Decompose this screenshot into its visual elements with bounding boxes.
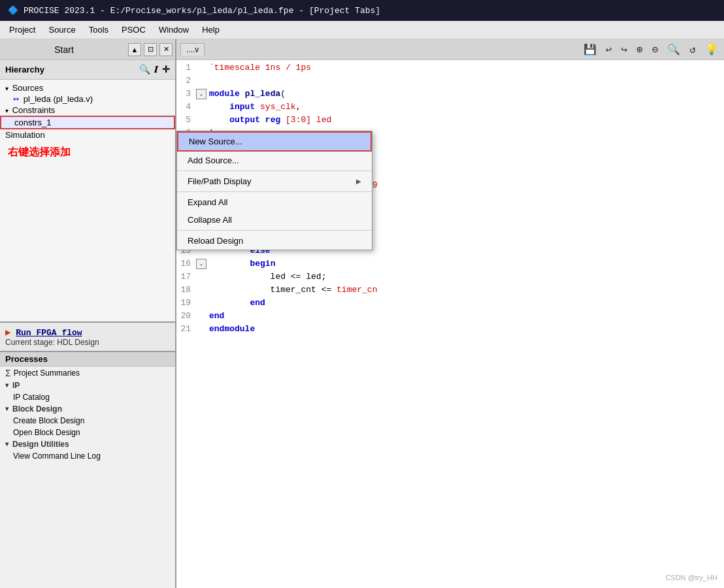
process-create-block-design[interactable]: Create Block Design: [0, 415, 175, 427]
main-area: Start ▲ ⊡ ✕ Hierarchy 🔍 𝑰 ✛ ▾ Sources ▪▪…: [0, 39, 724, 588]
ctx-collapse-all[interactable]: Collapse All: [177, 211, 372, 229]
code-line-2: 2: [176, 76, 724, 89]
menu-psoc[interactable]: PSOC: [115, 24, 152, 36]
code-line-21: 21 endmodule: [176, 324, 724, 337]
ctx-separator-2: [177, 191, 372, 192]
tree-constrs1[interactable]: constrs_1: [0, 116, 175, 129]
tree-pl-leda[interactable]: ▪▪ pl_leda (pl_leda.v): [0, 93, 175, 105]
process-block-design-category[interactable]: ▾ Block Design: [0, 403, 175, 415]
code-line-17: 17 led <= led;: [176, 272, 724, 285]
menu-bar: Project Source Tools PSOC Window Help: [0, 21, 724, 39]
hierarchy-tree: ▾ Sources ▪▪ pl_leda (pl_leda.v) ▾ Const…: [0, 80, 175, 321]
redo-tool-btn[interactable]: ↪: [619, 43, 629, 56]
left-toolbar: Start ▲ ⊡ ✕: [0, 39, 175, 60]
ctx-reload-design[interactable]: Reload Design: [177, 232, 372, 250]
zoom-in-tool-btn[interactable]: ⊕: [634, 43, 645, 56]
search-icon[interactable]: 🔍: [139, 64, 150, 75]
add-icon[interactable]: ✛: [162, 64, 170, 75]
fold-btn-16[interactable]: -: [196, 259, 206, 269]
code-line-4: 4 input sys_clk,: [176, 102, 724, 115]
hierarchy-title: Hierarchy: [5, 65, 139, 74]
code-line-1: 1 `timescale 1ns / 1ps: [176, 63, 724, 76]
menu-project[interactable]: Project: [3, 24, 42, 36]
hint-tool-btn[interactable]: 💡: [703, 43, 720, 56]
app-logo: 🔷: [8, 5, 18, 16]
code-line-3: 3 - module pl_leda(: [176, 89, 724, 102]
fpga-stage-label: Current stage: HDL Design: [5, 338, 170, 347]
undo-tool-btn[interactable]: ↩: [604, 43, 614, 56]
context-menu: New Source... Add Source... File/Path Di…: [176, 131, 372, 250]
menu-source[interactable]: Source: [42, 24, 82, 36]
code-line-19: 19 end: [176, 298, 724, 311]
fpga-section: ▶ Run FPGA flow Current stage: HDL Desig…: [0, 321, 175, 351]
process-ip-catalog[interactable]: IP Catalog: [0, 391, 175, 403]
start-tab-label: Start: [3, 44, 125, 55]
code-line-16: 16 - begin: [176, 259, 724, 272]
menu-window[interactable]: Window: [152, 24, 195, 36]
save-tool-btn[interactable]: 💾: [582, 43, 599, 56]
processes-header: Processes: [0, 352, 175, 367]
ctx-add-source[interactable]: Add Source...: [177, 152, 372, 169]
ctx-separator-1: [177, 171, 372, 171]
zoom-out-tool-btn[interactable]: ⊖: [650, 43, 661, 56]
ctx-separator-3: [177, 230, 372, 231]
process-open-block-design[interactable]: Open Block Design: [0, 427, 175, 438]
run-fpga-flow-btn[interactable]: Run FPGA flow: [16, 328, 82, 338]
sigma-icon: Σ: [5, 368, 11, 378]
process-design-utilities-category[interactable]: ▾ Design Utilities: [0, 438, 175, 450]
filter-icon[interactable]: 𝑰: [154, 64, 158, 75]
process-ip-category[interactable]: ▾ IP: [0, 380, 175, 391]
tree-sources[interactable]: ▾ Sources: [0, 82, 175, 93]
hierarchy-icons: 🔍 𝑰 ✛: [139, 64, 170, 75]
editor-toolbar: ....v 💾 ↩ ↪ ⊕ ⊖ 🔍 ↺ 💡: [176, 39, 724, 60]
code-line-20: 20 end: [176, 311, 724, 324]
code-line-5: 5 output reg [3:0] led: [176, 115, 724, 128]
close-btn[interactable]: ✕: [159, 43, 173, 56]
tree-simulation[interactable]: Simulation: [0, 129, 175, 140]
refresh-tool-btn[interactable]: ↺: [687, 43, 698, 56]
processes-section: Processes Σ Project Summaries ▾ IP IP Ca…: [0, 351, 175, 589]
arrow-up-btn[interactable]: ▲: [128, 43, 141, 56]
editor-tools: 💾 ↩ ↪ ⊕ ⊖ 🔍 ↺ 💡: [582, 43, 720, 56]
ctx-new-source[interactable]: New Source...: [177, 131, 372, 152]
menu-tools[interactable]: Tools: [82, 24, 115, 36]
title-text: PROCISE 2023.1 - E:/Procise_works/pl_led…: [24, 6, 380, 16]
editor-tab[interactable]: ....v: [180, 43, 205, 56]
ctx-expand-all[interactable]: Expand All: [177, 193, 372, 211]
search-tool-btn[interactable]: 🔍: [665, 43, 682, 56]
process-view-command-log[interactable]: View Command Line Log: [0, 450, 175, 462]
ctx-file-path-display[interactable]: File/Path Display ▶: [177, 172, 372, 190]
submenu-arrow-icon: ▶: [356, 178, 361, 185]
left-panel: Start ▲ ⊡ ✕ Hierarchy 🔍 𝑰 ✛ ▾ Sources ▪▪…: [0, 39, 176, 588]
right-panel: ....v 💾 ↩ ↪ ⊕ ⊖ 🔍 ↺ 💡 1 `timescale 1ns /…: [176, 39, 724, 588]
process-project-summaries[interactable]: Σ Project Summaries: [0, 367, 175, 380]
menu-help[interactable]: Help: [195, 24, 226, 36]
restore-btn[interactable]: ⊡: [144, 43, 157, 56]
title-bar: 🔷 PROCISE 2023.1 - E:/Procise_works/pl_l…: [0, 0, 724, 21]
tree-constraints[interactable]: ▾ Constraints: [0, 105, 175, 116]
red-hint-label: 右键选择添加: [0, 140, 175, 165]
code-line-18: 18 timer_cnt <= timer_cn: [176, 285, 724, 298]
fold-btn-3[interactable]: -: [196, 89, 206, 99]
watermark: CSDN @try_HH: [665, 574, 717, 581]
hierarchy-header: Hierarchy 🔍 𝑰 ✛: [0, 60, 175, 80]
